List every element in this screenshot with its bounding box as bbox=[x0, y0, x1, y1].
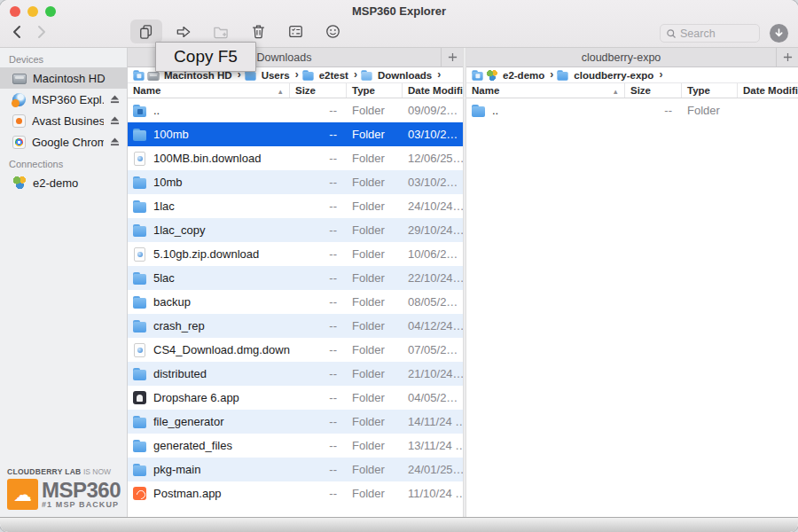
sidebar-item-macintosh-hd[interactable]: Macintosh HD bbox=[0, 67, 127, 89]
window-bottom-edge[interactable] bbox=[0, 517, 798, 532]
chevron-separator-icon bbox=[659, 68, 662, 81]
file-row-postman-app[interactable]: Postman.app--Folder11/10/24 … bbox=[128, 481, 463, 505]
file-date-cell: 04/05/2… bbox=[403, 391, 463, 404]
move-button[interactable] bbox=[175, 20, 192, 43]
file-date-cell: 04/12/24… bbox=[403, 319, 463, 332]
file-size-cell: -- bbox=[290, 223, 347, 237]
column-header-type[interactable]: Type bbox=[347, 83, 403, 98]
file-date-cell: 03/10/2… bbox=[403, 128, 463, 141]
app-window: MSP360 Explorer bbox=[0, 0, 798, 532]
file-row-file-generator[interactable]: file_generator--Folder14/11/24 … bbox=[128, 410, 463, 434]
file-date-cell: 13/11/24 … bbox=[403, 439, 463, 452]
file-date-cell: 11/10/24 … bbox=[403, 487, 463, 500]
file-row-100mb-bin-download[interactable]: 100MB.bin.download--Folder12/06/25… bbox=[128, 146, 463, 170]
smiley-icon bbox=[325, 23, 341, 40]
file-row-5lac[interactable]: 5lac--Folder22/10/24… bbox=[128, 266, 463, 290]
file-date-cell: 07/05/2… bbox=[403, 343, 463, 356]
breadcrumb-item-downloads[interactable]: Downloads bbox=[359, 68, 432, 82]
file-row-generated-files[interactable]: generated_files--Folder13/11/24 … bbox=[128, 434, 463, 458]
file-date-cell: 24/01/25… bbox=[403, 463, 463, 476]
breadcrumb-item-e2-demo[interactable]: e2-demo bbox=[485, 68, 544, 82]
file-row-1lac[interactable]: 1lac--Folder24/10/24… bbox=[128, 194, 463, 218]
forward-button[interactable] bbox=[32, 22, 51, 42]
file-name: pkg-main bbox=[153, 463, 200, 476]
breadcrumb-item-e2test[interactable]: e2test bbox=[301, 68, 348, 82]
column-header-name[interactable]: Name bbox=[466, 83, 625, 98]
panels-container: Downloads Macintosh HDUserse2testDownloa… bbox=[128, 48, 798, 517]
copy-button[interactable] bbox=[130, 20, 162, 43]
file-name: 100MB.bin.download bbox=[153, 152, 261, 165]
file-size-cell: -- bbox=[625, 104, 682, 117]
sidebar-section-label: Devices bbox=[0, 48, 127, 67]
file-type-cell: Folder bbox=[347, 200, 403, 213]
new-tab-button-right[interactable] bbox=[776, 48, 798, 66]
file-row-5-10gb-zip-download[interactable]: 5.10gb.zip.download--Folder10/06/2… bbox=[128, 242, 463, 266]
file-size-cell: -- bbox=[290, 295, 347, 309]
file-size-cell: -- bbox=[290, 200, 347, 213]
options-button[interactable] bbox=[286, 20, 304, 43]
back-button[interactable] bbox=[7, 22, 27, 42]
eject-icon[interactable] bbox=[110, 114, 120, 128]
file-row-10mb[interactable]: 10mb--Folder03/10/2… bbox=[128, 170, 463, 194]
file-name-cell: 5lac bbox=[128, 271, 290, 286]
file-size-cell: -- bbox=[290, 391, 347, 404]
file-row-backup[interactable]: backup--Folder08/05/2… bbox=[128, 290, 463, 314]
file-row-1lac-copy[interactable]: 1lac_copy--Folder29/10/24… bbox=[128, 218, 463, 242]
file-size-cell: -- bbox=[290, 104, 347, 117]
eject-icon[interactable] bbox=[110, 136, 120, 149]
column-header-date[interactable]: Date Modifie bbox=[738, 83, 798, 98]
tab-cloudberry-expo[interactable]: cloudberry-expo bbox=[466, 48, 776, 66]
file-date-cell: 24/10/24… bbox=[403, 200, 463, 213]
eject-icon[interactable] bbox=[110, 93, 120, 106]
file-name: Postman.app bbox=[153, 487, 222, 500]
column-headers-right: Name Size Type Date Modifie bbox=[466, 83, 798, 98]
file-name-cell: 100MB.bin.download bbox=[128, 152, 290, 166]
file-name-cell: 10mb bbox=[128, 176, 290, 190]
file-name-cell: .. bbox=[128, 104, 290, 118]
sidebar-item-msp360-expl[interactable]: MSP360 Expl... bbox=[0, 89, 127, 110]
column-header-name[interactable]: Name bbox=[128, 83, 290, 98]
column-header-date[interactable]: Date Modifie bbox=[403, 83, 463, 98]
file-size-cell: -- bbox=[290, 439, 347, 452]
sidebar-item-e2-demo[interactable]: e2-demo bbox=[0, 172, 127, 193]
delete-button[interactable] bbox=[249, 20, 267, 43]
folder-icon bbox=[471, 104, 486, 118]
cloud-logo-icon: ☁ bbox=[7, 479, 38, 510]
file-row-pkg-main[interactable]: pkg-main--Folder24/01/25… bbox=[128, 458, 463, 481]
main-area: DevicesMacintosh HDMSP360 Expl...Avast B… bbox=[0, 48, 798, 517]
column-header-size[interactable]: Size bbox=[290, 83, 347, 98]
file-name-cell: CS4_Download.dmg.downl… bbox=[128, 343, 290, 357]
file-size-cell: -- bbox=[290, 319, 347, 332]
file-name-cell: file_generator bbox=[128, 415, 290, 429]
file-type-cell: Folder bbox=[347, 415, 403, 428]
sidebar-item-google-chrome[interactable]: Google Chrome bbox=[0, 131, 127, 153]
file-row-[interactable]: ..--Folder09/09/2… bbox=[128, 98, 463, 122]
downloads-button[interactable] bbox=[770, 24, 788, 43]
search-field[interactable] bbox=[660, 24, 760, 43]
folder-icon bbox=[132, 367, 147, 381]
breadcrumb-item-cloudberry-expo[interactable]: cloudberry-expo bbox=[555, 68, 653, 82]
column-header-type[interactable]: Type bbox=[682, 83, 738, 98]
feedback-button[interactable] bbox=[324, 20, 341, 43]
file-row-dropshare-6-app[interactable]: Dropshare 6.app--Folder04/05/2… bbox=[128, 386, 463, 410]
file-list-left: ..--Folder09/09/2…100mb--Folder03/10/2…1… bbox=[128, 98, 463, 517]
column-headers-left: Name Size Type Date Modifie bbox=[128, 83, 463, 98]
file-row-distributed[interactable]: distributed--Folder21/10/24… bbox=[128, 362, 463, 386]
file-row-crash-rep[interactable]: crash_rep--Folder04/12/24… bbox=[128, 314, 463, 338]
search-input[interactable] bbox=[680, 27, 751, 40]
file-type-cell: Folder bbox=[347, 343, 403, 356]
file-row-[interactable]: ..--Folder bbox=[466, 98, 798, 122]
sidebar-item-avast-busines[interactable]: Avast Busines... bbox=[0, 110, 127, 131]
app-dropshare-icon bbox=[133, 391, 146, 404]
file-list-right: ..--Folder bbox=[466, 98, 798, 517]
folder-icon bbox=[557, 69, 569, 81]
file-row-100mb[interactable]: 100mb--Folder03/10/2… bbox=[128, 122, 463, 146]
new-tab-button-left[interactable] bbox=[441, 48, 463, 66]
file-download-icon bbox=[134, 152, 145, 166]
breadcrumb-label: e2-demo bbox=[503, 70, 544, 81]
new-folder-button[interactable] bbox=[212, 20, 230, 43]
file-row-cs4-download-dmg-downl[interactable]: CS4_Download.dmg.downl…--Folder07/05/2… bbox=[128, 338, 463, 362]
column-header-size[interactable]: Size bbox=[625, 83, 682, 98]
root-folder-icon bbox=[133, 69, 145, 81]
file-size-cell: -- bbox=[290, 247, 347, 261]
